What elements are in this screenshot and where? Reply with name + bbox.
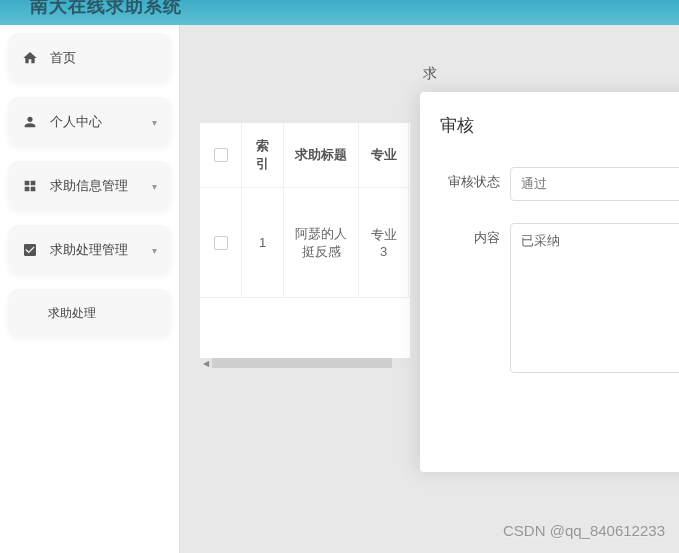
sidebar-item-label: 求助信息管理	[50, 177, 128, 195]
table-header-major: 专业	[359, 123, 409, 187]
check-square-icon	[22, 242, 38, 258]
sidebar-item-label: 个人中心	[50, 113, 102, 131]
grid-icon	[22, 178, 38, 194]
app-header: 南大在线求助系统	[0, 0, 679, 25]
table-header-title: 求助标题	[284, 123, 359, 187]
content-label: 内容	[440, 223, 500, 247]
home-icon	[22, 50, 38, 66]
form-row-status: 审核状态 通过	[440, 167, 679, 201]
user-icon	[22, 114, 38, 130]
status-select-value: 通过	[521, 175, 547, 193]
review-modal: 审核 审核状态 通过 内容	[420, 92, 679, 472]
status-label: 审核状态	[440, 167, 500, 191]
sidebar: 首页 个人中心 ▾ 求助信息管理 ▾ 求助处理管理 ▾ 求助处理	[0, 25, 180, 553]
modal-title: 审核	[440, 114, 679, 137]
row-title: 阿瑟的人挺反感	[284, 188, 359, 297]
scroll-thumb[interactable]	[212, 358, 392, 368]
sidebar-item-help-handle[interactable]: 求助处理	[8, 289, 171, 338]
table-header-checkbox	[200, 123, 242, 187]
watermark: CSDN @qq_840612233	[503, 522, 665, 539]
horizontal-scrollbar[interactable]: ◀	[200, 358, 410, 368]
row-checkbox-cell	[200, 188, 242, 297]
data-table: 索引 求助标题 专业 1 阿瑟的人挺反感 专业3 ◀	[200, 123, 410, 368]
table-header-row: 索引 求助标题 专业	[200, 123, 410, 188]
form-row-content: 内容	[440, 223, 679, 373]
chevron-down-icon: ▾	[152, 181, 157, 192]
sidebar-item-label: 求助处理	[48, 305, 96, 322]
sidebar-item-label: 首页	[50, 49, 76, 67]
chevron-down-icon: ▾	[152, 245, 157, 256]
sidebar-item-home[interactable]: 首页	[8, 33, 171, 83]
sidebar-item-help-process[interactable]: 求助处理管理 ▾	[8, 225, 171, 275]
sidebar-item-help-info[interactable]: 求助信息管理 ▾	[8, 161, 171, 211]
row-index: 1	[242, 188, 284, 297]
chevron-down-icon: ▾	[152, 117, 157, 128]
sidebar-item-label: 求助处理管理	[50, 241, 128, 259]
table-row[interactable]: 1 阿瑟的人挺反感 专业3	[200, 188, 410, 298]
row-checkbox[interactable]	[214, 236, 228, 250]
app-title: 南大在线求助系统	[30, 0, 182, 18]
content-title-fragment: 求	[200, 65, 659, 83]
row-major: 专业3	[359, 188, 409, 297]
sidebar-item-profile[interactable]: 个人中心 ▾	[8, 97, 171, 147]
scroll-left-icon[interactable]: ◀	[200, 358, 212, 368]
select-all-checkbox[interactable]	[214, 148, 228, 162]
status-select[interactable]: 通过	[510, 167, 679, 201]
content-textarea[interactable]	[510, 223, 679, 373]
table-header-index: 索引	[242, 123, 284, 187]
